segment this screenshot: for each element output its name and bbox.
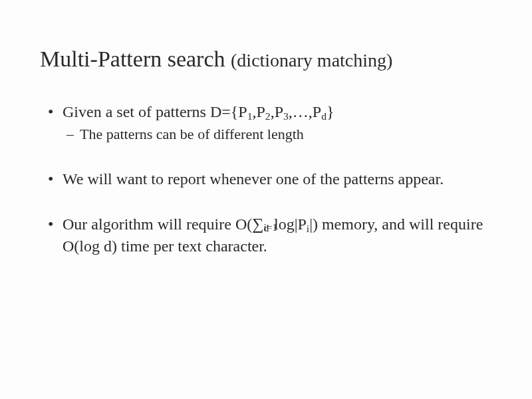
bullet-1-text: Given a set of patterns D={P1,P2,P3,…,Pd… xyxy=(63,103,334,120)
title-subtitle: (dictionary matching) xyxy=(231,50,392,70)
bullet-2: We will want to report whenever one of t… xyxy=(63,168,492,190)
bullet-1-sub: The patterns can be of different length xyxy=(80,125,492,144)
sub-bullet-list: The patterns can be of different length xyxy=(63,125,492,144)
bullet-1: Given a set of patterns D={P1,P2,P3,…,Pd… xyxy=(63,101,492,144)
slide-title: Multi-Pattern search (dictionary matchin… xyxy=(40,47,492,72)
slide: Multi-Pattern search (dictionary matchin… xyxy=(0,0,532,399)
title-main: Multi-Pattern search xyxy=(40,47,231,71)
sigma-symbol: ∑ xyxy=(252,215,263,233)
bullet-3: Our algorithm will require O(∑di=1log|Pi… xyxy=(63,213,492,257)
bullet-list: Given a set of patterns D={P1,P2,P3,…,Pd… xyxy=(40,101,492,257)
